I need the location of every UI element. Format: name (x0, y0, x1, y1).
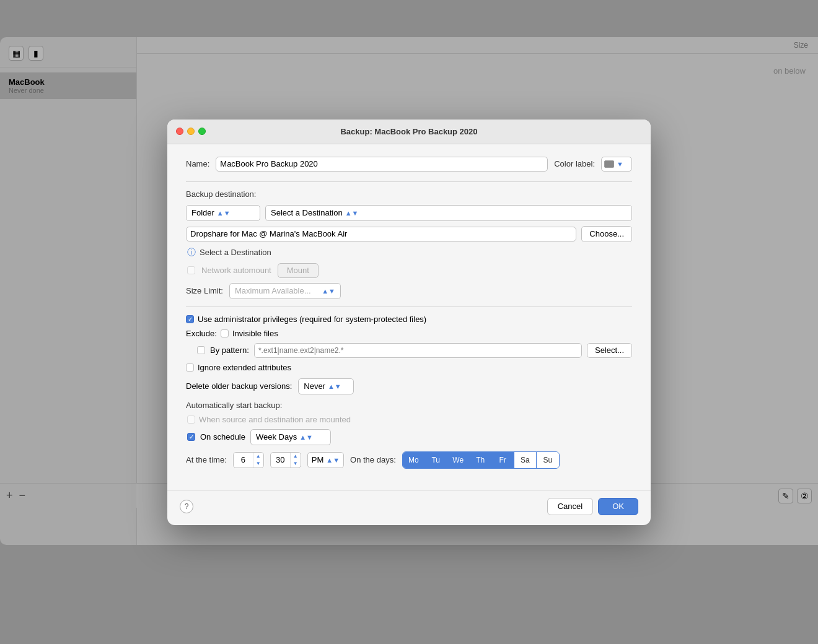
folder-chevron-icon: ▲▼ (217, 209, 231, 217)
invisible-files-label: Invisible files (232, 329, 278, 338)
color-select[interactable]: ▼ (601, 157, 632, 172)
traffic-lights (176, 128, 206, 135)
size-limit-label: Size Limit: (186, 286, 223, 295)
on-schedule-row: ✓ On schedule Week Days ▲▼ (186, 429, 632, 445)
warning-icon: ⓘ (187, 247, 196, 258)
choose-button[interactable]: Choose... (581, 226, 632, 242)
on-schedule-label: On schedule (200, 432, 245, 442)
size-limit-row: Size Limit: Maximum Available... ▲▼ (186, 283, 632, 299)
ampm-select[interactable]: PM ▲▼ (307, 452, 344, 468)
time-row: At the time: 6 ▲ ▼ 30 ▲ ▼ (186, 451, 632, 469)
folder-select[interactable]: Folder ▲▼ (186, 205, 260, 221)
delete-select[interactable]: Never ▲▼ (298, 378, 354, 394)
modal-body: Name: Color label: ▼ Backup destination:… (167, 144, 651, 490)
mount-button[interactable]: Mount (278, 263, 319, 278)
admin-row: ✓ Use administrator privileges (required… (186, 315, 632, 324)
admin-label: Use administrator privileges (required f… (198, 315, 426, 324)
ignore-checkbox[interactable] (186, 363, 194, 372)
delete-label: Delete older backup versions: (186, 381, 292, 391)
day-th[interactable]: Th (470, 452, 492, 468)
minute-stepper: 30 ▲ ▼ (270, 452, 301, 468)
when-mounted-label: When source and destination are mounted (199, 415, 351, 424)
footer-buttons: Cancel OK (547, 498, 638, 515)
day-tu[interactable]: Tu (425, 452, 447, 468)
network-automount-row: Network automount Mount (186, 263, 632, 278)
on-schedule-checkbox[interactable]: ✓ (187, 433, 195, 441)
destination-select[interactable]: Select a Destination ▲▼ (265, 205, 632, 221)
pattern-select-button[interactable]: Select... (587, 343, 632, 358)
size-limit-value: Maximum Available... (235, 286, 311, 295)
cancel-button[interactable]: Cancel (547, 498, 593, 515)
dest-path-row: Choose... (186, 226, 632, 242)
backup-dest-label: Backup destination: (186, 189, 632, 199)
warning-text: Select a Destination (200, 248, 271, 257)
destination-select-label: Select a Destination (271, 208, 343, 217)
day-sa[interactable]: Sa (514, 452, 537, 468)
help-button[interactable]: ? (180, 500, 193, 513)
color-swatch (604, 160, 614, 168)
delete-value: Never (304, 381, 325, 391)
name-row: Name: Color label: ▼ (186, 157, 632, 172)
day-fr[interactable]: Fr (492, 452, 514, 468)
by-pattern-checkbox[interactable] (197, 346, 205, 354)
ok-button[interactable]: OK (598, 498, 638, 515)
dest-type-row: Folder ▲▼ Select a Destination ▲▼ (186, 205, 632, 221)
color-label: Color label: (554, 159, 595, 168)
ignore-row: Ignore extended attributes (186, 363, 632, 372)
name-input[interactable] (216, 157, 548, 172)
schedule-select[interactable]: Week Days ▲▼ (250, 429, 331, 445)
schedule-chevron-icon: ▲▼ (299, 433, 313, 441)
close-button[interactable] (176, 128, 183, 135)
dest-chevron-icon: ▲▼ (345, 209, 359, 217)
size-limit-chevron-icon: ▲▼ (322, 287, 335, 295)
admin-checkbox[interactable]: ✓ (186, 315, 194, 323)
day-mo[interactable]: Mo (403, 452, 425, 468)
ampm-value: PM (312, 455, 324, 464)
name-label: Name: (186, 159, 209, 168)
network-automount-checkbox[interactable] (187, 266, 195, 274)
modal-title: Backup: MacBook Pro Backup 2020 (340, 127, 477, 136)
when-mounted-checkbox[interactable] (187, 416, 195, 424)
modal-titlebar: Backup: MacBook Pro Backup 2020 (167, 120, 651, 144)
divider-2 (186, 307, 632, 307)
hour-value: 6 (234, 453, 253, 468)
divider-1 (186, 181, 632, 182)
by-pattern-label: By pattern: (210, 346, 249, 355)
days-container: Mo Tu We Th Fr Sa Su (402, 451, 560, 469)
hour-arrows: ▲ ▼ (253, 453, 263, 468)
network-automount-label: Network automount (201, 266, 271, 275)
modal-dialog: Backup: MacBook Pro Backup 2020 Name: Co… (167, 120, 651, 525)
auto-start-label: Automatically start backup: (186, 401, 632, 410)
invisible-files-checkbox[interactable] (221, 329, 229, 337)
on-days-label: On the days: (350, 455, 396, 464)
hour-down-arrow[interactable]: ▼ (253, 460, 263, 468)
minute-up-arrow[interactable]: ▲ (291, 453, 301, 460)
modal-footer: ? Cancel OK (167, 490, 651, 525)
day-we[interactable]: We (447, 452, 470, 468)
minute-arrows: ▲ ▼ (291, 453, 301, 468)
ampm-chevron-icon: ▲▼ (326, 456, 340, 464)
schedule-value: Week Days (256, 432, 297, 442)
auto-start-section: Automatically start backup: When source … (186, 401, 632, 469)
minimize-button[interactable] (187, 128, 195, 135)
size-limit-select[interactable]: Maximum Available... ▲▼ (229, 283, 341, 299)
exclude-row: Exclude: Invisible files (186, 329, 632, 338)
exclude-label: Exclude: (186, 329, 217, 338)
minute-value: 30 (271, 453, 291, 468)
pattern-input[interactable] (254, 343, 582, 358)
minute-down-arrow[interactable]: ▼ (291, 460, 301, 468)
hour-stepper: 6 ▲ ▼ (233, 452, 264, 468)
day-su[interactable]: Su (537, 452, 559, 468)
when-mounted-row: When source and destination are mounted (186, 415, 632, 424)
hour-up-arrow[interactable]: ▲ (253, 453, 263, 460)
delete-chevron-icon: ▲▼ (328, 383, 341, 390)
color-chevron-icon: ▼ (617, 160, 623, 168)
at-time-label: At the time: (186, 455, 227, 464)
folder-select-label: Folder (191, 208, 214, 217)
dest-path-input[interactable] (186, 227, 576, 242)
pattern-row: By pattern: Select... (186, 343, 632, 358)
ignore-label: Ignore extended attributes (198, 363, 291, 372)
delete-row: Delete older backup versions: Never ▲▼ (186, 378, 632, 394)
maximize-button[interactable] (198, 128, 206, 135)
modal-overlay: Backup: MacBook Pro Backup 2020 Name: Co… (0, 0, 818, 644)
